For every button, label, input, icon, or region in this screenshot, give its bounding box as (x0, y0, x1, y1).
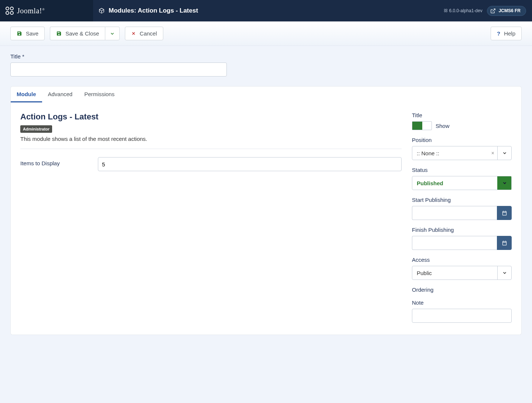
page-title-area: Modules: Action Logs - Latest (93, 7, 444, 14)
show-title-text: Show (436, 123, 450, 129)
svg-point-0 (6, 7, 9, 10)
ordering-field: Ordering (412, 287, 512, 293)
brand-logo-area[interactable]: Joomla!® (0, 0, 93, 21)
items-to-display-label: Items to Display (20, 157, 98, 166)
position-field: Position :: None :: × (412, 137, 512, 160)
tab-panel-module: Action Logs - Latest Administrator This … (10, 102, 522, 335)
tab-module[interactable]: Module (11, 87, 42, 102)
access-select[interactable]: Public (412, 266, 512, 280)
chevron-down-icon (110, 31, 115, 36)
ordering-label: Ordering (412, 287, 512, 293)
position-value: :: None :: (412, 150, 488, 156)
svg-point-6 (444, 11, 446, 12)
finish-publishing-field: Finish Publishing (412, 227, 512, 250)
save-button[interactable]: Save (10, 27, 45, 40)
module-side-column: Title Show Position :: None :: × (412, 112, 512, 323)
close-icon (131, 31, 136, 36)
finish-publishing-label: Finish Publishing (412, 227, 512, 233)
cube-icon (98, 7, 105, 14)
version-label: 6.0.0-alpha1-dev (444, 8, 482, 13)
title-input[interactable] (10, 62, 227, 77)
brand-name: Joomla!® (17, 7, 45, 15)
tab-permissions[interactable]: Permissions (78, 87, 120, 102)
save-icon (17, 31, 22, 36)
start-publishing-label: Start Publishing (412, 197, 512, 203)
save-icon (56, 31, 62, 36)
status-label: Status (412, 167, 512, 173)
page-title: Modules: Action Logs - Latest (109, 7, 198, 14)
items-to-display-row: Items to Display (20, 157, 402, 171)
note-label: Note (412, 299, 512, 306)
action-toolbar: Save Save & Close Cancel ? Help (0, 21, 532, 46)
chevron-down-icon (497, 176, 511, 190)
show-title-toggle[interactable] (412, 121, 432, 130)
svg-point-4 (444, 9, 446, 10)
joomla-logo-icon (5, 6, 14, 15)
status-select[interactable]: Published (412, 176, 512, 190)
status-value: Published (412, 180, 497, 186)
main-content: Title * Module Advanced Permissions Acti… (0, 46, 532, 346)
save-close-button[interactable]: Save & Close (50, 27, 105, 40)
module-description: This module shows a list of the most rec… (20, 136, 402, 142)
access-field: Access Public (412, 257, 512, 280)
divider (20, 149, 402, 149)
user-name: JCMS6 FR (499, 8, 521, 13)
items-to-display-input[interactable] (98, 157, 402, 171)
user-menu[interactable]: JCMS6 FR (487, 6, 526, 16)
joomla-small-icon (444, 9, 448, 13)
title-label: Title * (10, 53, 522, 60)
finish-publishing-input[interactable] (412, 236, 497, 250)
position-clear[interactable]: × (488, 150, 497, 156)
finish-publishing-calendar-button[interactable] (497, 236, 512, 250)
calendar-icon (502, 240, 507, 246)
svg-line-8 (492, 9, 495, 11)
note-field: Note (412, 299, 512, 323)
start-publishing-calendar-button[interactable] (497, 206, 512, 220)
external-link-icon (490, 8, 496, 14)
start-publishing-field: Start Publishing (412, 197, 512, 220)
tab-advanced[interactable]: Advanced (42, 87, 79, 102)
status-field: Status Published (412, 167, 512, 190)
client-badge: Administrator (20, 125, 52, 133)
toggle-knob (412, 122, 422, 130)
show-title-field: Title Show (412, 112, 512, 130)
svg-point-3 (10, 11, 13, 14)
access-label: Access (412, 257, 512, 263)
module-heading: Action Logs - Latest (20, 112, 402, 122)
position-label: Position (412, 137, 512, 143)
svg-point-1 (10, 7, 13, 10)
chevron-down-icon (497, 266, 511, 280)
chevron-down-icon (497, 146, 511, 160)
tabs: Module Advanced Permissions (10, 86, 522, 102)
save-close-group: Save & Close (50, 27, 120, 40)
svg-point-5 (446, 9, 447, 10)
cancel-button[interactable]: Cancel (125, 27, 163, 40)
save-close-dropdown[interactable] (105, 27, 120, 40)
topbar: Joomla!® Modules: Action Logs - Latest 6… (0, 0, 532, 21)
calendar-icon (502, 210, 507, 216)
show-title-label: Title (412, 112, 512, 118)
help-icon: ? (497, 30, 500, 37)
svg-point-2 (6, 11, 9, 14)
module-main-column: Action Logs - Latest Administrator This … (20, 112, 402, 323)
position-select[interactable]: :: None :: × (412, 146, 512, 160)
help-button[interactable]: ? Help (491, 27, 522, 40)
note-input[interactable] (412, 309, 512, 323)
access-value: Public (412, 270, 497, 276)
svg-point-7 (446, 11, 447, 12)
start-publishing-input[interactable] (412, 206, 497, 220)
topbar-right: 6.0.0-alpha1-dev JCMS6 FR (444, 6, 532, 16)
